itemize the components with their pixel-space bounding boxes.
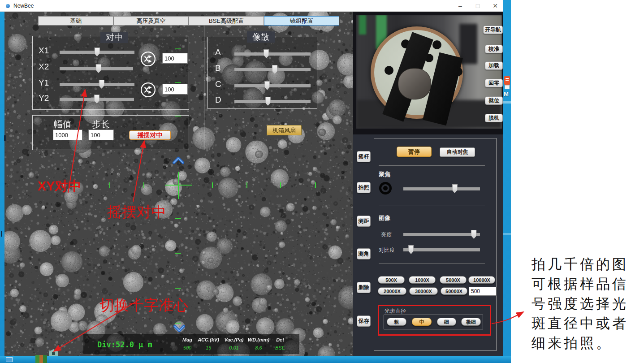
status-col-mag: Mag500 <box>178 337 197 350</box>
camera-green-part <box>359 15 366 35</box>
stage-hole <box>385 66 393 75</box>
scale-tick <box>212 182 213 188</box>
tutorial-note: 拍几千倍的图 可根据样品信 号强度选择光 斑直径中或者 细来拍照。 <box>532 255 628 353</box>
annotation-swing-centering: 摇摆对中 <box>107 202 166 222</box>
nav-load-button[interactable]: 加载 <box>485 61 503 70</box>
scale-tick <box>280 182 281 188</box>
scale-tick <box>175 288 181 289</box>
annotation-xy-centering: XY对中 <box>38 177 81 195</box>
focus-label: 聚焦 <box>379 170 390 178</box>
desktop-file-page <box>505 85 510 89</box>
step-label: 步长 <box>92 118 110 130</box>
nav-home-button[interactable]: 回零 <box>485 79 503 87</box>
slider-label-y2: Y2 <box>39 93 49 103</box>
focus-slider[interactable] <box>403 187 480 190</box>
slider-c[interactable] <box>234 84 311 87</box>
reset-y-field[interactable] <box>162 84 188 95</box>
tool-measure-distance-button[interactable]: 测距 <box>357 216 371 227</box>
desktop-text-fragment <box>1 231 2 237</box>
note-line: 细来拍照。 <box>532 333 628 353</box>
scale-tick <box>143 182 144 188</box>
taskbar-window-icon[interactable] <box>6 357 13 362</box>
mag-5000x-button[interactable]: 5000X <box>440 276 467 284</box>
mag-20000x-button[interactable]: 20000X <box>378 287 406 295</box>
nav-calibrate-button[interactable]: 校准 <box>485 45 503 53</box>
contrast-label: 对比度 <box>379 246 395 254</box>
mag-50000x-button[interactable]: 50000X <box>441 287 467 295</box>
mag-10000x-button[interactable]: 10000X <box>468 276 495 284</box>
desktop-right-strip: M <box>503 0 511 356</box>
tab-hv-vacuum[interactable]: 高压及真空 <box>113 16 189 26</box>
desktop-left-strip <box>0 12 4 356</box>
slider-d[interactable] <box>234 100 311 103</box>
reset-x-field[interactable] <box>162 53 188 64</box>
panel-divider-line <box>379 264 485 264</box>
mag-500x-button[interactable]: 500X <box>378 276 405 284</box>
scale-tick <box>109 182 110 188</box>
tool-delete-button[interactable]: 删除 <box>357 282 371 293</box>
slider-x1[interactable] <box>60 51 134 54</box>
focus-target-icon[interactable] <box>379 182 392 194</box>
contrast-slider[interactable] <box>403 248 480 251</box>
tab-lens-config[interactable]: 镜组配置 <box>264 16 339 26</box>
app-icon <box>6 4 10 8</box>
swap-x-icon[interactable] <box>140 51 156 67</box>
slider-b[interactable] <box>234 68 311 71</box>
swap-y-icon[interactable] <box>140 82 156 98</box>
desktop-file-icon[interactable] <box>504 76 510 85</box>
tool-photo-button[interactable]: 拍照 <box>357 182 371 193</box>
screen: M NewBee – □ ✕ 基础 高压及真空 BSE高级配置 镜组配置 对中 … <box>0 0 644 363</box>
slider-label-a: A <box>215 48 221 57</box>
nav-in-position-button[interactable]: 就位 <box>485 96 503 105</box>
desktop-text-fragment <box>4 135 6 141</box>
slider-y2[interactable] <box>60 98 134 101</box>
tool-save-button[interactable]: 保存 <box>357 315 371 327</box>
tab-basic[interactable]: 基础 <box>38 16 113 26</box>
slider-label-b: B <box>215 63 221 73</box>
tool-joystick-button[interactable]: 摇杆 <box>357 151 371 162</box>
brightness-slider[interactable] <box>403 233 480 236</box>
close-button[interactable]: ✕ <box>488 1 502 10</box>
chevron-down-icon[interactable] <box>173 324 186 333</box>
window-title: NewBee <box>13 3 34 9</box>
scale-tick <box>175 253 181 254</box>
amplitude-label: 幅值 <box>54 118 72 130</box>
step-field[interactable] <box>88 130 114 140</box>
division-readout: Div:52.0 μ m <box>97 340 152 349</box>
panel-divider-line <box>379 165 485 166</box>
brightness-label: 亮度 <box>381 231 392 239</box>
maximize-button[interactable]: □ <box>471 1 484 10</box>
stage-hole <box>432 40 441 49</box>
mag-input[interactable] <box>469 287 497 296</box>
status-col-acc: ACC.(kV)15 <box>198 337 219 350</box>
minimize-button[interactable]: – <box>454 1 467 10</box>
scale-tick <box>175 323 181 324</box>
slider-label-d: D <box>215 95 221 105</box>
slider-y1[interactable] <box>60 83 134 86</box>
chamber-camera-view <box>356 15 502 129</box>
taskbar[interactable] <box>0 356 511 363</box>
chevron-up-icon[interactable] <box>172 156 185 164</box>
autofocus-button[interactable]: 自动对焦 <box>440 147 475 157</box>
status-col-wd: WD.(mm)8.6 <box>246 337 271 350</box>
slider-label-x2: X2 <box>39 62 49 72</box>
nav-offline-button[interactable]: 脱机 <box>485 114 503 122</box>
chassis-fan-button[interactable]: 机箱风扇 <box>267 125 302 135</box>
amplitude-field[interactable] <box>53 130 82 140</box>
image-section-label: 图像 <box>379 214 390 222</box>
slider-a[interactable] <box>234 52 311 56</box>
swing-centering-button[interactable]: 摇摆对中 <box>129 130 171 140</box>
title-bar <box>0 0 503 12</box>
pause-button[interactable]: 暂停 <box>397 147 432 157</box>
mag-1000x-button[interactable]: 1000X <box>409 276 436 284</box>
nav-open-navigation-button[interactable]: 开导航 <box>483 26 503 34</box>
note-line: 拍几千倍的图 <box>532 255 628 274</box>
taskbar-app-icon[interactable] <box>35 355 47 363</box>
mag-30000x-button[interactable]: 30000X <box>409 287 438 295</box>
desktop-highlight <box>503 233 511 235</box>
centering-panel-title: 对中 <box>100 32 128 43</box>
crosshair-vertical <box>178 172 179 199</box>
tool-measure-angle-button[interactable]: 测角 <box>357 248 371 259</box>
slider-x2[interactable] <box>60 67 133 70</box>
tab-bse-advanced[interactable]: BSE高级配置 <box>189 16 264 26</box>
